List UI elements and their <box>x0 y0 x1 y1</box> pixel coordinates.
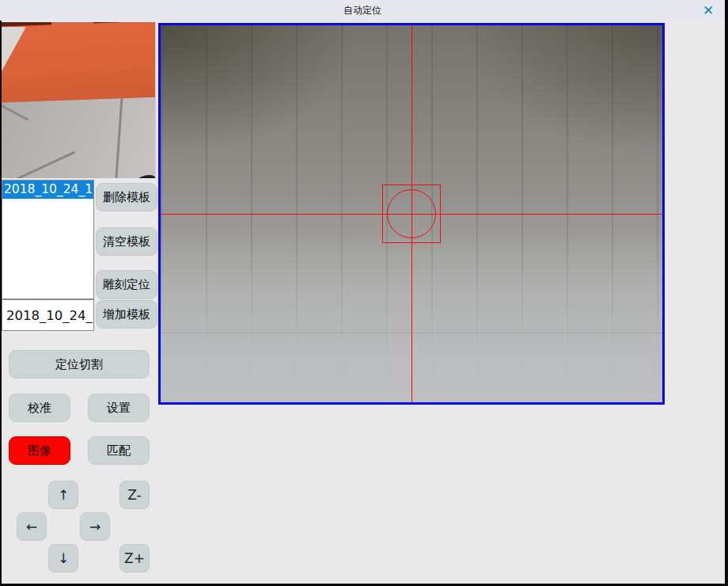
settings-button[interactable]: 设置 <box>88 394 150 422</box>
thumbnail-orange-beam <box>2 22 156 103</box>
template-list[interactable]: 2018_10_24_11 <box>2 180 94 299</box>
title-bar: 自动定位 ✕ <box>0 0 725 21</box>
template-thumbnail[interactable] <box>2 22 156 178</box>
thumbnail-tile-grout-short <box>2 103 28 120</box>
thumbnail-tile-grout-diagonal <box>2 150 75 178</box>
add-template-button[interactable]: 增加模板 <box>96 300 157 329</box>
target-circle <box>387 189 436 238</box>
dialog-title: 自动定位 <box>343 4 381 17</box>
thumbnail-dark-object <box>127 175 156 178</box>
template-name-input[interactable] <box>2 299 94 331</box>
jog-left-button[interactable]: ← <box>17 512 47 541</box>
jog-down-button[interactable]: ↓ <box>48 544 78 573</box>
image-button[interactable]: 图像 <box>9 436 70 465</box>
close-icon[interactable]: ✕ <box>700 2 717 19</box>
engrave-position-button[interactable]: 雕刻定位 <box>96 270 157 299</box>
jog-z-plus-button[interactable]: Z+ <box>119 544 150 573</box>
jog-right-button[interactable]: → <box>80 512 110 541</box>
match-button[interactable]: 匹配 <box>88 436 150 465</box>
template-list-item[interactable]: 2018_10_24_11 <box>2 181 93 199</box>
calibrate-button[interactable]: 校准 <box>9 394 70 422</box>
position-cut-button[interactable]: 定位切割 <box>9 350 150 379</box>
camera-view[interactable] <box>158 23 665 405</box>
delete-template-button[interactable]: 删除模板 <box>96 183 157 211</box>
jog-z-minus-button[interactable]: Z- <box>119 481 150 509</box>
jog-up-button[interactable]: ↑ <box>48 481 78 509</box>
thumbnail-tile-grout-vertical <box>113 95 123 178</box>
clear-templates-button[interactable]: 清空模板 <box>96 227 157 256</box>
auto-position-dialog: 自动定位 ✕ 2018_10_24_11 删除模板 清空模板 雕刻定位 增加模板… <box>0 0 728 586</box>
